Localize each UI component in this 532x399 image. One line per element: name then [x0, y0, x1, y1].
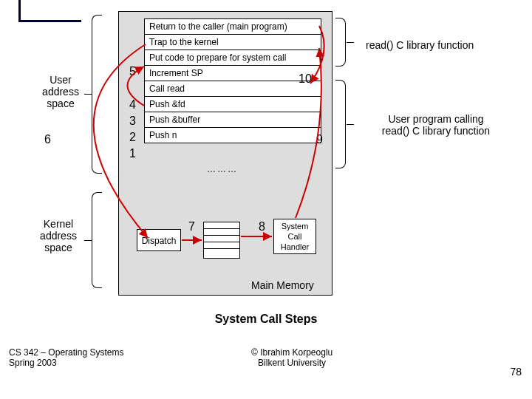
text: space	[44, 242, 72, 253]
step-4: 4	[129, 98, 136, 112]
step-9: 9	[316, 133, 323, 146]
stack-row: Trap to the kernel	[145, 35, 321, 50]
text: read() C library function	[382, 125, 490, 137]
bracket-read	[335, 18, 346, 66]
bracket-prog	[335, 80, 346, 168]
stack-row: Push &fd	[145, 97, 321, 112]
main-memory-label: Main Memory	[251, 279, 314, 291]
text: © Ibrahim Korpeoglu	[251, 347, 332, 358]
user-space-label: User address space	[35, 74, 86, 109]
read-label: read() C library function	[366, 39, 474, 51]
syscall-l2: Call	[288, 232, 302, 241]
stack-row: Increment SP	[145, 66, 321, 81]
stack-row: Push &buffer	[145, 112, 321, 128]
step-10: 10	[299, 72, 312, 86]
step-2: 2	[129, 131, 136, 144]
bracket-tick	[84, 94, 92, 95]
step-7: 7	[188, 220, 195, 233]
stack-table: Return to the caller (main program) Trap…	[144, 18, 321, 143]
syscall-handler-box: System Call Handler	[273, 219, 316, 254]
text: User	[50, 74, 72, 86]
text: Bilkent University	[258, 358, 326, 368]
ellipsis: ………	[207, 164, 238, 174]
text: Kernel	[44, 218, 73, 230]
dispatch-table	[203, 222, 240, 259]
text: address	[40, 230, 77, 242]
user-program-label: User program calling read() C library fu…	[362, 113, 510, 137]
text: address	[42, 86, 79, 98]
text: Spring 2003	[9, 358, 57, 368]
text: space	[47, 98, 74, 109]
kernel-space-label: Kernel address space	[33, 218, 84, 253]
step-3: 3	[129, 115, 136, 128]
step-8: 8	[259, 220, 265, 233]
footer-left: CS 342 – Operating Systems Spring 2003	[9, 347, 123, 368]
step-1: 1	[129, 147, 136, 160]
bracket-tick	[347, 42, 354, 43]
bracket-tick	[347, 124, 354, 125]
syscall-l3: Handler	[281, 242, 310, 251]
page-number: 78	[510, 366, 522, 378]
text: CS 342 – Operating Systems	[9, 347, 123, 358]
diagram-title: System Call Steps	[0, 313, 532, 326]
bracket-user	[92, 15, 102, 174]
bracket-tick	[84, 240, 92, 241]
footer-mid: © Ibrahim Korpeoglu Bilkent University	[251, 347, 332, 368]
step-5: 5	[129, 65, 136, 78]
step-6: 6	[44, 133, 51, 146]
stack-row: Call read	[145, 81, 321, 97]
stack-row: Put code to prepare for system call	[145, 50, 321, 66]
text: User program calling	[388, 113, 483, 125]
syscall-l1: System	[282, 222, 309, 231]
bracket-kernel	[92, 192, 102, 288]
dispatch-box: Dispatch	[137, 229, 181, 251]
stack-row: Push n	[145, 128, 321, 143]
stack-row: Return to the caller (main program)	[145, 19, 321, 35]
corner-frame	[18, 0, 81, 22]
